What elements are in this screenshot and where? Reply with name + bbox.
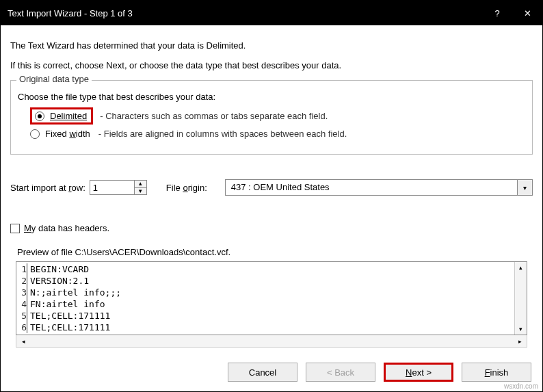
titlebar: Text Import Wizard - Step 1 of 3 ? ✕ <box>1 1 542 25</box>
radio-delimited-desc: - Characters such as commas or tabs sepa… <box>100 111 328 121</box>
preview-line: 3N:;airtel info;;; <box>16 287 514 298</box>
original-data-type-group: Original data type Choose the file type … <box>10 80 533 155</box>
scroll-left-icon[interactable]: ◂ <box>16 335 30 347</box>
watermark: wsxdn.com <box>504 382 538 390</box>
window-title: Text Import Wizard - Step 1 of 3 <box>8 8 482 18</box>
preview-line: 2VERSION:2.1 <box>16 275 514 287</box>
next-button[interactable]: Next > <box>384 363 453 382</box>
back-button: < Back <box>306 363 375 382</box>
radio-fixed-desc: - Fields are aligned in columns with spa… <box>98 129 347 139</box>
scroll-right-icon[interactable]: ▸ <box>513 335 527 347</box>
scroll-track[interactable] <box>515 273 527 324</box>
headers-label: My data has headers. <box>24 223 109 233</box>
group-prompt: Choose the file type that best describes… <box>18 92 525 102</box>
file-origin-dropdown[interactable]: 437 : OEM United States ▾ <box>225 179 533 196</box>
spinner-up-icon[interactable]: ▲ <box>135 181 146 187</box>
preview-line: 1BEGIN:VCARD <box>16 263 514 275</box>
import-options-row: Start import at row: ▲ ▼ File origin: 43… <box>10 179 533 196</box>
radio-delimited-input[interactable] <box>35 112 44 121</box>
scroll-up-icon[interactable]: ▴ <box>515 262 527 273</box>
file-origin-label: File origin: <box>166 183 207 193</box>
wizard-body: The Text Wizard has determined that your… <box>1 25 542 348</box>
intro-line-2: If this is correct, choose Next, or choo… <box>10 60 533 70</box>
preview-hscroll[interactable]: ◂ ▸ <box>16 335 527 348</box>
radio-fixed-input[interactable] <box>30 129 40 139</box>
preview-line: 5TEL;CELL:171111 <box>16 310 514 322</box>
preview-text: 1BEGIN:VCARD 2VERSION:2.1 3N:;airtel inf… <box>16 262 514 335</box>
start-row-label: Start import at row: <box>10 183 85 193</box>
radio-delimited[interactable]: Delimited - Characters such as commas or… <box>30 107 525 125</box>
headers-checkbox[interactable] <box>10 224 20 233</box>
preview-line: 4FN:airtel info <box>16 298 514 310</box>
help-button[interactable]: ? <box>482 1 512 25</box>
scroll-track[interactable] <box>30 335 513 347</box>
preview-vscroll[interactable]: ▴ ▾ <box>514 262 527 335</box>
radio-delimited-label: Delimited <box>49 111 88 121</box>
help-icon: ? <box>494 8 499 18</box>
preview-line: 6TEL;CELL:171111 <box>16 322 514 333</box>
scroll-down-icon[interactable]: ▾ <box>515 324 527 335</box>
intro-line-1: The Text Wizard has determined that your… <box>10 40 533 51</box>
start-row-input[interactable] <box>90 181 134 194</box>
chevron-down-icon[interactable]: ▾ <box>517 180 532 195</box>
group-legend: Original data type <box>16 74 92 84</box>
radio-fixed-width[interactable]: Fixed width - Fields are aligned in colu… <box>30 129 525 139</box>
close-button[interactable]: ✕ <box>512 1 542 25</box>
close-icon: ✕ <box>524 8 531 18</box>
radio-fixed-label: Fixed width <box>44 129 92 139</box>
cancel-button[interactable]: Cancel <box>228 363 297 382</box>
preview-label: Preview of file C:\Users\ACER\Downloads\… <box>17 247 533 257</box>
spinner-down-icon[interactable]: ▼ <box>135 187 146 195</box>
finish-button[interactable]: Finish <box>462 363 531 382</box>
start-row-spinner[interactable]: ▲ ▼ <box>90 180 147 195</box>
wizard-buttons: Cancel < Back Next > Finish <box>1 348 542 391</box>
headers-checkbox-row[interactable]: My data has headers. <box>10 223 533 233</box>
file-origin-value: 437 : OEM United States <box>226 180 517 195</box>
preview-box: 1BEGIN:VCARD 2VERSION:2.1 3N:;airtel inf… <box>16 261 527 335</box>
